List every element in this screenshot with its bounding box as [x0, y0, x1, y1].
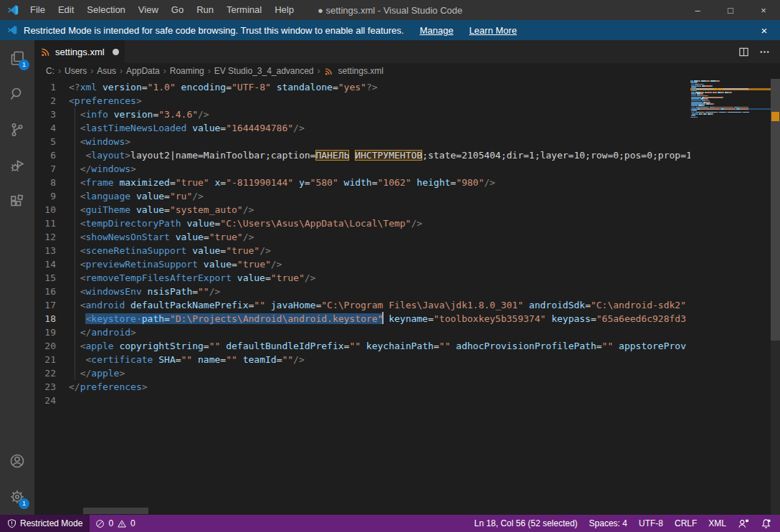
menu-terminal[interactable]: Terminal — [220, 0, 268, 20]
code-line-22[interactable]: 22 </apple> — [34, 366, 690, 380]
code-line-14[interactable]: 14 <previewRetinaSupport value="true"/> — [34, 257, 690, 271]
banner-message: Restricted Mode is intended for safe cod… — [24, 25, 404, 36]
source-control-icon[interactable] — [0, 112, 34, 148]
line-number: 8 — [34, 176, 56, 189]
breadcrumb-item[interactable]: C: — [44, 66, 56, 76]
code-line-20[interactable]: 20 <apple copyrightString="" defaultBund… — [34, 339, 690, 353]
dirty-indicator-dot[interactable] — [113, 49, 119, 55]
code-line-1[interactable]: 1<?xml version="1.0" encoding="UTF-8" st… — [34, 80, 690, 94]
code-line-17[interactable]: 17 <android defaultPackNamePrefix="" jav… — [34, 298, 690, 312]
tab-label: settings.xml — [55, 47, 105, 57]
line-number: 9 — [34, 189, 56, 203]
feedback-icon[interactable] — [732, 515, 755, 532]
code-line-3[interactable]: 3 <info version="3.4.6"/> — [34, 108, 690, 121]
menu-help[interactable]: Help — [268, 0, 300, 20]
tab-bar: settings.xml — [34, 40, 780, 63]
menu-run[interactable]: Run — [190, 0, 220, 20]
search-icon[interactable] — [0, 76, 34, 112]
breadcrumb-file[interactable]: settings.xml — [337, 66, 385, 76]
manage-badge: 1 — [19, 498, 29, 509]
learn-more-link[interactable]: Learn More — [469, 25, 516, 36]
breadcrumb-item[interactable]: Roaming — [168, 66, 206, 76]
code-line-23[interactable]: 23</preferences> — [34, 380, 690, 394]
status-language-mode[interactable]: XML — [703, 515, 732, 532]
code-line-6[interactable]: 6 <layout>layout2|name=MainToolbar;capti… — [34, 148, 690, 162]
menu-file[interactable]: File — [24, 0, 52, 20]
line-number: 14 — [34, 257, 56, 271]
extensions-icon[interactable] — [0, 184, 34, 219]
line-number: 7 — [34, 162, 56, 176]
horizontal-scrollbar-thumb[interactable] — [83, 508, 148, 514]
minimap-line — [690, 118, 771, 120]
status-indentation[interactable]: Spaces: 4 — [584, 515, 633, 532]
code-line-4[interactable]: 4 <lastTimeNewsLoaded value="1644494786"… — [34, 121, 690, 135]
problems-status[interactable]: 0 0 — [90, 515, 141, 532]
banner-close-icon[interactable]: × — [757, 24, 771, 37]
code-lines: 1<?xml version="1.0" encoding="UTF-8" st… — [34, 80, 690, 508]
code-line-2[interactable]: 2<preferences> — [34, 94, 690, 108]
breadcrumb-separator: › — [163, 66, 166, 76]
code-line-19[interactable]: 19 </android> — [34, 326, 690, 339]
breadcrumb: C:›Users›Asus›AppData›Roaming›EV Studio_… — [34, 63, 780, 79]
code-line-18[interactable]: 18 <keystore·path="D:\Projects\Android\a… — [34, 312, 690, 326]
code-editor[interactable]: 1<?xml version="1.0" encoding="UTF-8" st… — [34, 79, 780, 515]
run-and-debug-icon[interactable] — [0, 148, 34, 184]
tab-settings-xml[interactable]: settings.xml — [34, 40, 125, 63]
vertical-scrollbar[interactable] — [771, 79, 780, 515]
minimap[interactable] — [690, 80, 771, 508]
line-number: 16 — [34, 285, 56, 298]
restricted-mode-banner: Restricted Mode is intended for safe cod… — [0, 20, 780, 40]
activity-bar: 1 — [0, 40, 34, 515]
line-number: 17 — [34, 298, 56, 312]
code-line-12[interactable]: 12 <showNewsOnStart value="true"/> — [34, 230, 690, 244]
code-line-15[interactable]: 15 <removeTempFilesAfterExport value="tr… — [34, 271, 690, 285]
code-line-24[interactable]: 24 — [34, 394, 690, 407]
code-line-11[interactable]: 11 <tempDirectoryPath value="C:\Users\As… — [34, 217, 690, 230]
breadcrumb-separator: › — [120, 66, 123, 76]
breadcrumb-item[interactable]: AppData — [125, 66, 161, 76]
maximize-button[interactable]: □ — [714, 0, 747, 20]
menu-edit[interactable]: Edit — [52, 0, 80, 20]
line-number: 5 — [34, 135, 56, 148]
breadcrumb-separator: › — [208, 66, 211, 76]
menu-bar: FileEditSelectionViewGoRunTerminalHelp — [24, 0, 300, 20]
line-number: 21 — [34, 353, 56, 366]
restricted-mode-status[interactable]: Restricted Mode — [0, 515, 90, 532]
code-line-9[interactable]: 9 <language value="ru"/> — [34, 189, 690, 203]
code-line-7[interactable]: 7 </windows> — [34, 162, 690, 176]
code-line-16[interactable]: 16 <windowsEnv nsisPath=""/> — [34, 285, 690, 298]
errors-icon — [95, 519, 105, 528]
breadcrumb-item[interactable]: Asus — [95, 66, 118, 76]
manage-link[interactable]: Manage — [419, 25, 453, 36]
code-line-8[interactable]: 8 <frame maximized="true" x="-811990144"… — [34, 176, 690, 189]
breadcrumb-separator: › — [318, 66, 320, 76]
status-encoding[interactable]: UTF-8 — [633, 515, 669, 532]
code-line-10[interactable]: 10 <guiTheme value="system_auto"/> — [34, 203, 690, 217]
code-line-5[interactable]: 5 <windows> — [34, 135, 690, 148]
line-number: 11 — [34, 217, 56, 230]
vscode-logo-icon — [6, 24, 18, 36]
menu-view[interactable]: View — [132, 0, 165, 20]
status-eol-sequence[interactable]: CRLF — [669, 515, 703, 532]
split-editor-icon[interactable] — [738, 47, 749, 57]
breadcrumb-item[interactable]: EV Studio_3_4_advanced — [213, 66, 315, 76]
error-count: 0 — [108, 518, 113, 528]
explorer-icon[interactable]: 1 — [0, 40, 34, 76]
minimize-button[interactable]: – — [681, 0, 714, 20]
more-actions-icon[interactable] — [759, 47, 770, 57]
title-bar: FileEditSelectionViewGoRunTerminalHelp ●… — [0, 0, 780, 20]
menu-selection[interactable]: Selection — [80, 0, 131, 20]
line-number: 10 — [34, 203, 56, 217]
accounts-icon[interactable] — [0, 443, 34, 479]
breadcrumb-item[interactable]: Users — [63, 66, 88, 76]
breadcrumb-separator: › — [90, 66, 93, 76]
notifications-bell-icon[interactable] — [755, 515, 780, 532]
code-line-13[interactable]: 13 <sceneRetinaSupport value="true"/> — [34, 244, 690, 257]
status-cursor-position[interactable]: Ln 18, Col 56 (52 selected) — [469, 515, 584, 532]
menu-go[interactable]: Go — [165, 0, 190, 20]
close-button[interactable]: × — [747, 0, 780, 20]
manage-gear-icon[interactable]: 1 — [0, 479, 34, 515]
code-line-21[interactable]: 21 <certificate SHA="" name="" teamId=""… — [34, 353, 690, 366]
line-number: 3 — [34, 108, 56, 121]
vscode-logo-icon — [6, 4, 19, 16]
